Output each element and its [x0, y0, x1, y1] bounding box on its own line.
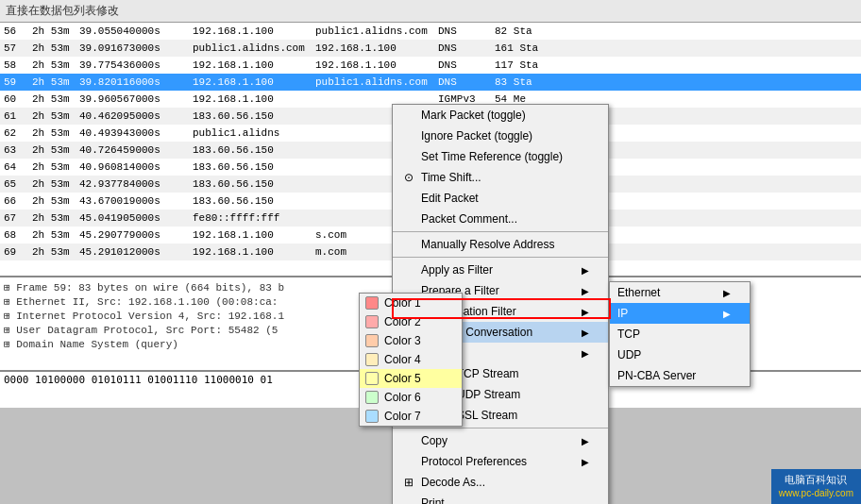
color-label: Color 2: [384, 315, 421, 328]
color-swatch: [365, 391, 379, 404]
submenu-arrow-icon: ▶: [582, 265, 589, 276]
menu-label: Packet Comment...: [421, 212, 589, 226]
menu-label: Edit Packet: [421, 192, 589, 205]
table-row[interactable]: 57 2h 53m 39.091673000s public1.alidns.c…: [0, 40, 861, 57]
menu-icon: ⊙: [400, 171, 417, 184]
submenu-arrow-icon: ▶: [582, 328, 589, 338]
menu-label: Protocol Preferences: [421, 455, 572, 468]
menu-item-packet-comment[interactable]: Packet Comment...: [393, 209, 608, 229]
colorize-submenu-wrapper: Ethernet▶IP▶TCPUDPPN-CBA Server: [609, 281, 751, 387]
menu-label: Copy: [421, 434, 572, 447]
title-text: 直接在数据包列表修改: [6, 5, 119, 18]
color-item-color-6[interactable]: Color 6: [360, 388, 462, 407]
color-swatch: [365, 315, 379, 328]
menu-item-ignore-packet-toggle[interactable]: Ignore Packet (toggle): [393, 126, 608, 146]
menu-item-mark-packet-toggle[interactable]: Mark Packet (toggle): [393, 105, 608, 126]
menu-separator: [393, 231, 608, 232]
watermark-line1: 电脑百科知识: [779, 473, 853, 487]
menu-separator: [393, 428, 608, 428]
menu-item-copy[interactable]: Copy▶: [393, 430, 608, 451]
watermark-line2: www.pc-daily.com: [779, 487, 853, 500]
color-label: Color 3: [384, 334, 421, 347]
menu-label: Mark Packet (toggle): [421, 109, 589, 122]
table-row[interactable]: 59 2h 53m 39.820116000s 192.168.1.100 pu…: [0, 74, 861, 91]
menu-item-apply-as-filter[interactable]: Apply as Filter▶: [393, 260, 608, 280]
submenu-arrow-icon: ▶: [582, 286, 589, 296]
table-row[interactable]: 56 2h 53m 39.055040000s 192.168.1.100 pu…: [0, 23, 861, 40]
submenu-arrow-icon: ▶: [723, 288, 731, 298]
colorize-submenu-label: UDP: [617, 348, 731, 361]
menu-label: Time Shift...: [421, 171, 589, 184]
color-item-color-5[interactable]: Color 5: [360, 369, 462, 388]
menu-label: Decode As...: [421, 476, 589, 489]
color-item-color-3[interactable]: Color 3: [360, 331, 462, 350]
color-submenu[interactable]: Color 1Color 2Color 3Color 4Color 5Color…: [359, 293, 463, 427]
menu-item-print[interactable]: Print...: [393, 493, 608, 504]
menu-item-set-time-reference-toggle[interactable]: Set Time Reference (toggle): [393, 146, 608, 167]
menu-item-time-shift[interactable]: ⊙Time Shift...: [393, 167, 608, 188]
menu-item-manually-resolve-address[interactable]: Manually Resolve Address: [393, 234, 608, 255]
menu-label: Apply as Filter: [421, 263, 572, 277]
color-item-color-2[interactable]: Color 2: [360, 312, 462, 331]
menu-label: Manually Resolve Address: [421, 238, 589, 251]
color-swatch: [365, 353, 379, 366]
colorize-submenu-label: Ethernet: [617, 286, 714, 299]
colorize-submenu[interactable]: Ethernet▶IP▶TCPUDPPN-CBA Server: [609, 281, 751, 387]
color-label: Color 7: [384, 410, 421, 423]
menu-label: Ignore Packet (toggle): [421, 129, 589, 143]
color-submenu-wrapper: Color 1Color 2Color 3Color 4Color 5Color…: [359, 293, 463, 427]
colorize-submenu-label: PN-CBA Server: [617, 369, 731, 382]
color-item-color-4[interactable]: Color 4: [360, 350, 462, 369]
color-item-color-1[interactable]: Color 1: [360, 294, 462, 312]
watermark: 电脑百科知识 www.pc-daily.com: [771, 469, 861, 504]
color-label: Color 1: [384, 296, 421, 310]
menu-item-decode-as[interactable]: ⊞Decode As...: [393, 472, 608, 493]
submenu-arrow-icon: ▶: [582, 436, 589, 446]
menu-item-protocol-preferences[interactable]: Protocol Preferences▶: [393, 451, 608, 472]
color-swatch: [365, 334, 379, 347]
submenu-arrow-icon: ▶: [582, 457, 589, 467]
menu-label: Set Time Reference (toggle): [421, 150, 589, 163]
submenu-arrow-icon: ▶: [723, 309, 731, 319]
color-label: Color 5: [384, 372, 421, 385]
title-bar: 直接在数据包列表修改: [0, 0, 861, 23]
color-label: Color 4: [384, 353, 421, 366]
color-label: Color 6: [384, 391, 421, 404]
menu-item-edit-packet[interactable]: Edit Packet: [393, 188, 608, 209]
hex-content: 0000 10100000 01010111 01001110 11000010…: [4, 374, 273, 386]
colorize-submenu-label: IP: [617, 307, 714, 320]
color-swatch: [365, 410, 379, 423]
colorize-submenu-item-ip[interactable]: IP▶: [610, 303, 750, 324]
menu-separator: [393, 257, 608, 258]
color-swatch: [365, 372, 379, 385]
menu-icon: ⊞: [400, 476, 417, 489]
color-swatch: [365, 296, 379, 310]
menu-label: Print...: [421, 496, 589, 504]
color-item-color-7[interactable]: Color 7: [360, 407, 462, 426]
colorize-submenu-label: TCP: [617, 328, 731, 341]
submenu-arrow-icon: ▶: [582, 307, 589, 317]
colorize-submenu-item-ethernet[interactable]: Ethernet▶: [610, 282, 750, 303]
submenu-arrow-icon: ▶: [582, 348, 589, 359]
colorize-submenu-item-tcp[interactable]: TCP: [610, 324, 750, 344]
colorize-submenu-item-pn-cba-server[interactable]: PN-CBA Server: [610, 365, 750, 386]
colorize-submenu-item-udp[interactable]: UDP: [610, 344, 750, 365]
table-row[interactable]: 58 2h 53m 39.775436000s 192.168.1.100 19…: [0, 57, 861, 74]
